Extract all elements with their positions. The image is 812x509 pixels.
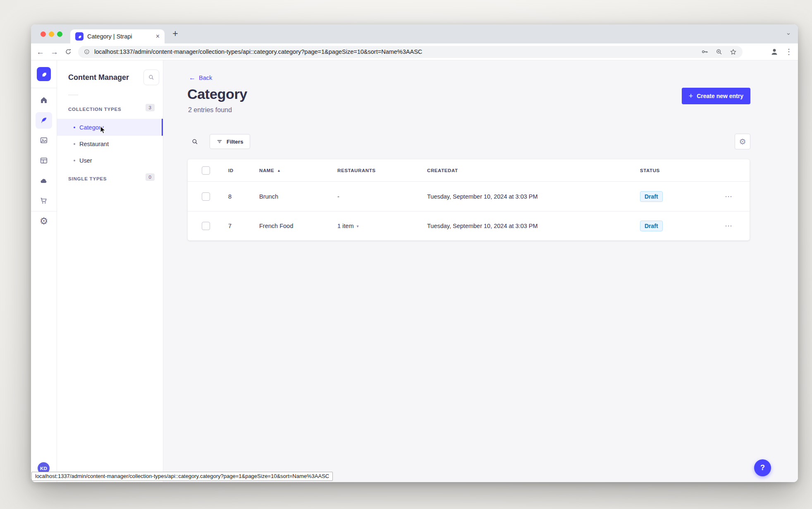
collection-types-label: COLLECTION TYPES — [68, 107, 121, 112]
bullet-icon — [74, 127, 75, 128]
back-navigation-icon[interactable]: ← — [36, 48, 44, 56]
browser-tab[interactable]: Category | Strapi × — [70, 29, 165, 43]
row-actions-menu-icon[interactable]: ⋯ — [719, 192, 733, 201]
cell-name: Brunch — [259, 193, 337, 200]
filters-label: Filters — [227, 139, 244, 145]
minimize-window-button[interactable] — [49, 31, 54, 37]
table-row[interactable]: 7 French Food 1 item ▾ Tuesday, Septembe… — [188, 211, 750, 240]
site-info-icon[interactable] — [84, 48, 90, 55]
row-actions-menu-icon[interactable]: ⋯ — [719, 221, 733, 230]
rail-divider — [31, 211, 57, 211]
gear-icon: ⚙ — [739, 137, 746, 146]
sidebar-item-restaurant[interactable]: Restaurant — [57, 135, 163, 152]
view-settings-button[interactable]: ⚙ — [735, 134, 750, 149]
home-icon[interactable] — [36, 92, 52, 108]
cell-id: 8 — [228, 193, 259, 200]
back-arrow-icon: ← — [189, 74, 196, 82]
sidebar-divider — [68, 95, 78, 95]
media-library-icon[interactable] — [36, 132, 52, 149]
single-types-count-badge: 0 — [146, 173, 155, 181]
column-header-id[interactable]: ID — [228, 168, 259, 173]
rail-divider — [31, 88, 57, 88]
back-link[interactable]: ← Back — [189, 74, 212, 82]
browser-window: Category | Strapi × + ← → localhost:1337… — [31, 24, 798, 482]
cell-restaurants: - — [337, 193, 427, 200]
close-window-button[interactable] — [41, 31, 46, 37]
collection-types-count-badge: 3 — [146, 104, 155, 111]
status-bar-url: localhost:1337/admin/content-manager/col… — [31, 472, 333, 481]
main-content: ← Back Category 2 entries found + Create… — [163, 60, 798, 482]
create-new-entry-label: Create new entry — [697, 93, 743, 99]
cell-restaurants[interactable]: 1 item ▾ — [337, 223, 427, 229]
strapi-icon-rail: ⚙ KD — [31, 60, 57, 482]
sidebar-item-user[interactable]: User — [57, 152, 163, 169]
tab-search-chevron-icon[interactable] — [786, 31, 791, 37]
password-key-icon[interactable] — [701, 48, 709, 56]
search-entries-button[interactable] — [187, 134, 202, 149]
tab-strip: Category | Strapi × + — [31, 24, 798, 43]
column-header-status[interactable]: STATUS — [640, 168, 719, 173]
help-button[interactable]: ? — [754, 459, 771, 476]
marketplace-cart-icon[interactable] — [36, 192, 52, 209]
sidebar-title: Content Manager — [68, 73, 129, 82]
status-badge: Draft — [640, 191, 663, 202]
content-type-builder-icon[interactable] — [36, 152, 52, 169]
entries-table: ID NAME ▲ RESTAURANTS CREATEDAT STATUS 8… — [188, 159, 750, 240]
content-manager-icon[interactable] — [36, 112, 52, 129]
browser-toolbar: ← → localhost:1337/admin/content-manager… — [31, 43, 798, 60]
cell-createdat: Tuesday, September 10, 2024 at 3:03 PM — [427, 193, 640, 200]
cell-id: 7 — [228, 223, 259, 229]
single-types-label: SINGLE TYPES — [68, 176, 107, 181]
filter-funnel-icon — [216, 138, 223, 145]
status-badge: Draft — [640, 221, 663, 231]
create-new-entry-button[interactable]: + Create new entry — [682, 88, 750, 104]
new-tab-button[interactable]: + — [170, 28, 181, 40]
address-bar[interactable]: localhost:1337/admin/content-manager/col… — [78, 46, 743, 58]
sidebar-item-label: Restaurant — [79, 141, 109, 147]
url-text[interactable]: localhost:1337/admin/content-manager/col… — [94, 48, 697, 55]
content-manager-sidebar: Content Manager COLLECTION TYPES 3 Categ… — [57, 60, 163, 482]
table-row[interactable]: 8 Brunch - Tuesday, September 10, 2024 a… — [188, 182, 750, 211]
cell-createdat: Tuesday, September 10, 2024 at 3:03 PM — [427, 223, 640, 229]
column-header-createdat[interactable]: CREATEDAT — [427, 168, 640, 173]
cloud-icon[interactable] — [36, 173, 52, 189]
page-title: Category — [187, 86, 247, 102]
strapi-favicon-icon — [75, 32, 84, 41]
entries-count: 2 entries found — [188, 106, 232, 114]
help-question-icon: ? — [760, 463, 765, 472]
select-all-checkbox[interactable] — [202, 166, 210, 175]
plus-icon: + — [689, 92, 693, 100]
settings-gear-icon[interactable]: ⚙ — [36, 213, 52, 229]
forward-navigation-icon[interactable]: → — [50, 48, 58, 56]
sidebar-search-button[interactable] — [143, 70, 159, 85]
mouse-cursor — [99, 126, 107, 135]
zoom-icon[interactable] — [715, 48, 723, 56]
bullet-icon — [74, 160, 75, 161]
sidebar-item-category[interactable]: Category — [57, 119, 163, 136]
maximize-window-button[interactable] — [57, 31, 62, 37]
cell-name: French Food — [259, 223, 337, 229]
column-header-restaurants[interactable]: RESTAURANTS — [337, 168, 427, 173]
reload-icon[interactable] — [64, 48, 72, 55]
bookmark-star-icon[interactable] — [729, 48, 737, 56]
column-header-name[interactable]: NAME ▲ — [259, 168, 337, 173]
tab-close-icon[interactable]: × — [156, 33, 160, 40]
profile-icon[interactable] — [769, 47, 779, 57]
sort-ascending-icon: ▲ — [277, 168, 281, 173]
strapi-logo[interactable] — [37, 67, 51, 81]
filters-button[interactable]: Filters — [210, 134, 250, 149]
table-header-row: ID NAME ▲ RESTAURANTS CREATEDAT STATUS — [188, 159, 750, 182]
sidebar-item-label: User — [79, 157, 92, 164]
strapi-admin: ⚙ KD Content Manager COLLECTION TYPES 3 … — [31, 60, 798, 482]
browser-menu-icon[interactable]: ⋮ — [785, 47, 793, 56]
bullet-icon — [74, 143, 75, 145]
row-checkbox[interactable] — [202, 192, 210, 201]
tab-title: Category | Strapi — [87, 33, 152, 40]
back-label: Back — [199, 74, 212, 81]
chevron-down-icon: ▾ — [357, 224, 359, 228]
row-checkbox[interactable] — [202, 222, 210, 230]
